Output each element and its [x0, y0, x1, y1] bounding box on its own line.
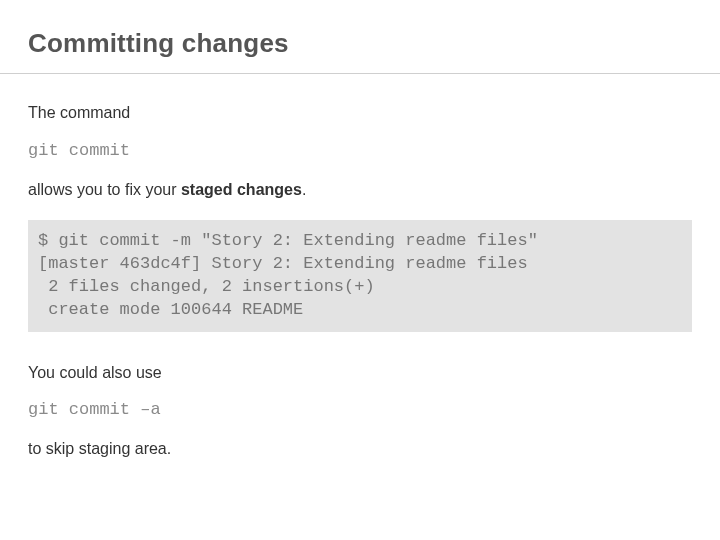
code-line-4: create mode 100644 README	[38, 300, 303, 319]
divider	[0, 73, 720, 74]
code-line-2: [master 463dc4f] Story 2: Extending read…	[38, 254, 528, 273]
also-line-2: to skip staging area.	[28, 438, 692, 460]
page-title: Committing changes	[28, 28, 692, 59]
command-commit-a: git commit –a	[28, 399, 692, 422]
command-commit: git commit	[28, 140, 692, 163]
slide: Committing changes The command git commi…	[0, 0, 720, 540]
code-line-1: $ git commit -m "Story 2: Extending read…	[38, 231, 538, 250]
terminal-output: $ git commit -m "Story 2: Extending read…	[28, 220, 692, 332]
intro-line-2: allows you to fix your staged changes.	[28, 179, 692, 201]
also-line-1: You could also use	[28, 362, 692, 384]
intro-line-2-strong: staged changes	[181, 181, 302, 198]
intro-line-1: The command	[28, 102, 692, 124]
intro-line-2-post: .	[302, 181, 306, 198]
code-line-3: 2 files changed, 2 insertions(+)	[38, 277, 375, 296]
intro-line-2-pre: allows you to fix your	[28, 181, 181, 198]
